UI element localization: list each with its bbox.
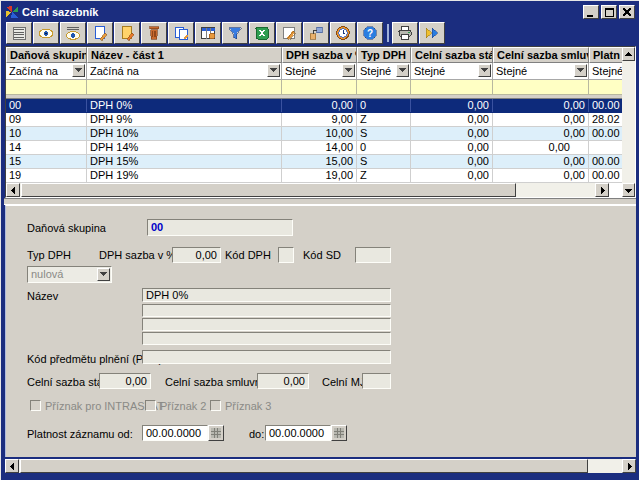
column-header[interactable]: Typ DPH — [357, 47, 411, 63]
filter-button[interactable] — [222, 22, 248, 44]
grid-body: Daňová skupinaNázev - část 1DPH sazba v … — [6, 47, 622, 197]
filter-funnel-icon — [227, 25, 243, 41]
sazba-stala-field[interactable]: 0,00 — [99, 373, 151, 389]
priznak2-checkbox[interactable] — [145, 400, 156, 411]
maximize-button[interactable] — [601, 5, 617, 19]
chevron-down-icon[interactable] — [396, 64, 409, 77]
window-hscroll-thumb[interactable] — [20, 459, 588, 473]
kod-dph-field[interactable] — [278, 247, 294, 263]
new-record-cell[interactable] — [6, 80, 87, 95]
filter-combo[interactable]: Začíná na — [87, 63, 282, 80]
nazev-line4-field[interactable] — [142, 332, 391, 345]
chevron-down-icon[interactable] — [267, 64, 280, 77]
grid-scroll-left-icon[interactable] — [6, 183, 20, 197]
column-header[interactable]: Celní sazba smluvní — [493, 47, 589, 63]
splitter[interactable] — [4, 198, 636, 205]
chevron-down-icon[interactable] — [574, 64, 587, 77]
dph-sazba-field[interactable]: 0,00 — [172, 247, 221, 263]
window-horizontal-scrollbar[interactable] — [5, 459, 636, 473]
chevron-down-icon[interactable] — [478, 64, 491, 77]
more-actions-button[interactable] — [419, 22, 445, 44]
kod-sd-field[interactable] — [355, 247, 391, 263]
excel-export-button[interactable] — [249, 22, 275, 44]
grid-row[interactable]: 09DPH 9%9,00Z0,000,0028.02 — [6, 113, 622, 127]
chevron-down-icon[interactable] — [97, 268, 110, 281]
calendar-do-icon[interactable] — [331, 425, 347, 441]
close-button[interactable] — [619, 5, 635, 19]
chevron-down-icon[interactable] — [72, 64, 85, 77]
history-button[interactable] — [330, 22, 356, 44]
new-record-cell[interactable] — [411, 80, 493, 95]
grid-cell: 00.00 — [589, 155, 622, 168]
platnost-od-field[interactable]: 00.00.0000 — [142, 425, 208, 441]
new-record-cell[interactable] — [589, 80, 622, 95]
priznak-intrastat-checkbox[interactable] — [30, 400, 41, 411]
nazev-field[interactable]: DPH 0% — [142, 288, 391, 302]
delete-record-button[interactable] — [141, 22, 167, 44]
filter-combo[interactable]: Stejné — [282, 63, 357, 80]
grid-horizontal-scrollbar[interactable] — [6, 183, 609, 197]
grid-new-record-row[interactable] — [6, 80, 622, 95]
grid-cell: 19,00 — [282, 169, 357, 182]
print-button[interactable] — [392, 22, 418, 44]
filter-combo[interactable]: Začíná na — [6, 63, 87, 80]
view-detail-button[interactable] — [60, 22, 86, 44]
new-record-cell[interactable] — [493, 80, 589, 95]
grid-scroll-right-icon[interactable] — [595, 183, 609, 197]
column-header[interactable]: Celní sazba stálá — [411, 47, 493, 63]
filter-combo[interactable]: Stejné — [589, 63, 622, 80]
column-header[interactable]: Platn — [589, 47, 622, 63]
nazev-line3-field[interactable] — [142, 318, 391, 331]
record-list-button[interactable] — [6, 22, 32, 44]
grid-row[interactable]: 14DPH 14%14,0000,000,00 — [6, 141, 622, 155]
danova-skupina-field[interactable]: 00 — [147, 219, 293, 236]
pdp-field[interactable] — [142, 350, 391, 364]
grid-row[interactable]: 19DPH 19%19,00Z0,000,0000.00 — [6, 169, 622, 183]
grid-scroll-up-icon[interactable] — [622, 47, 635, 61]
filter-combo[interactable]: Stejné — [357, 63, 411, 80]
grid-hscroll-thumb[interactable] — [21, 183, 516, 197]
filter-combo[interactable]: Stejné — [411, 63, 493, 80]
column-header[interactable]: DPH sazba v % — [282, 47, 357, 63]
filter-combo[interactable]: Stejné — [493, 63, 589, 80]
view-record-button[interactable] — [33, 22, 59, 44]
watch-icon — [335, 25, 351, 41]
sazba-smluvni-label: Celní sazba smluvní — [165, 376, 264, 388]
window-scroll-left-icon[interactable] — [5, 459, 19, 473]
edit-note-button[interactable] — [276, 22, 302, 44]
platnost-do-field[interactable]: 00.00.0000 — [265, 425, 331, 441]
grid-row[interactable]: 10DPH 10%10,00S0,000,0000.00 — [6, 127, 622, 141]
new-record-cell[interactable] — [87, 80, 282, 95]
edit-record-button[interactable] — [114, 22, 140, 44]
nazev-line2-field[interactable] — [142, 304, 391, 317]
column-header[interactable]: Název - část 1 — [87, 47, 282, 63]
grid-cell: DPH 14% — [87, 141, 282, 154]
chevron-down-icon[interactable] — [342, 64, 355, 77]
help-button[interactable]: ? — [357, 22, 383, 44]
copy-record-button[interactable] — [168, 22, 194, 44]
celni-mj-field[interactable] — [362, 373, 391, 389]
grid-vertical-scrollbar[interactable] — [622, 47, 635, 197]
column-settings-button[interactable] — [195, 22, 221, 44]
sazba-smluvni-field[interactable]: 0,00 — [257, 373, 309, 389]
filter-combo-value: Stejné — [496, 65, 527, 77]
grid-row[interactable]: 15DPH 15%15,00S0,000,0000.00 — [6, 155, 622, 169]
new-record-cell[interactable] — [357, 80, 411, 95]
new-document-icon — [92, 25, 108, 41]
typ-dph-dropdown[interactable]: nulová — [27, 266, 112, 283]
titlebar[interactable]: Celní sazebník — [4, 4, 636, 20]
window-title: Celní sazebník — [22, 6, 98, 18]
celni-mj-label: Celní MJ — [322, 376, 365, 388]
window-scroll-right-icon[interactable] — [622, 459, 636, 473]
grid-row[interactable]: 00DPH 0%0,0000,000,0000.00 — [6, 99, 622, 113]
note-pencil-icon — [281, 25, 297, 41]
new-record-cell[interactable] — [282, 80, 357, 95]
filter-combo-value: Stejné — [285, 65, 316, 77]
column-header[interactable]: Daňová skupina — [6, 47, 87, 63]
new-record-button[interactable] — [87, 22, 113, 44]
calendar-od-icon[interactable] — [208, 425, 224, 441]
relations-button[interactable] — [303, 22, 329, 44]
grid-scroll-down-icon[interactable] — [622, 183, 635, 197]
priznak3-checkbox[interactable] — [210, 400, 221, 411]
minimize-button[interactable] — [583, 5, 599, 19]
